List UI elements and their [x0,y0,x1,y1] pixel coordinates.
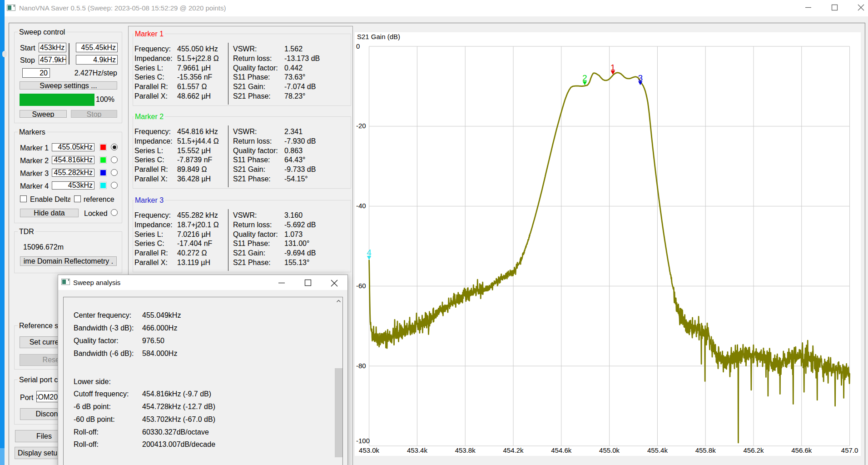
svg-text:4: 4 [367,248,372,257]
svg-text:457.0: 457.0 [841,446,858,454]
svg-text:2: 2 [582,73,587,83]
svg-text:453.4k: 453.4k [407,446,428,454]
svg-text:-80: -80 [356,362,366,370]
svg-text:455.0k: 455.0k [599,446,620,454]
svg-text:1: 1 [610,63,615,72]
svg-text:-20: -20 [356,122,366,130]
svg-text:-40: -40 [356,202,366,210]
svg-text:456.6k: 456.6k [791,446,812,454]
svg-text:S21 Gain (dB): S21 Gain (dB) [357,33,400,40]
svg-text:453.8k: 453.8k [455,446,476,454]
svg-text:455.4k: 455.4k [647,446,668,454]
svg-text:453.0k: 453.0k [359,446,380,454]
svg-text:454.6k: 454.6k [551,446,572,454]
svg-text:454.2k: 454.2k [503,446,524,454]
svg-text:455.8k: 455.8k [695,446,716,454]
svg-text:456.2k: 456.2k [743,446,764,454]
svg-text:0: 0 [356,42,360,50]
svg-text:3: 3 [638,73,643,83]
svg-text:-100: -100 [356,437,370,445]
svg-text:-60: -60 [356,282,366,290]
